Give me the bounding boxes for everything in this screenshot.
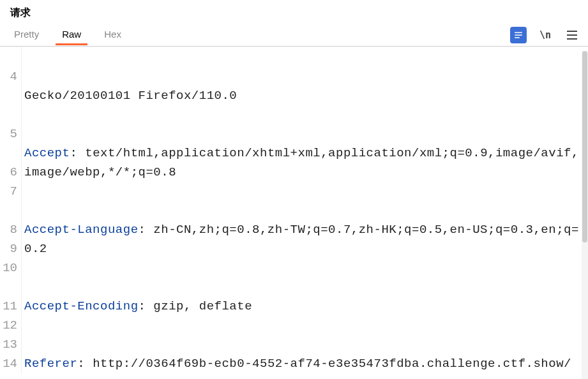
scrollbar-thumb[interactable] bbox=[582, 51, 587, 242]
tabs-left: Pretty Raw Hex bbox=[8, 25, 124, 45]
newline-icon[interactable]: \n bbox=[537, 27, 554, 43]
toolbar-right: \n bbox=[510, 27, 580, 43]
panel-title: 请求 bbox=[0, 0, 588, 24]
line-gutter: 4 5 6 7 8 9 10 11 12 13 14 bbox=[0, 47, 22, 375]
line-wrap-icon[interactable] bbox=[510, 27, 527, 43]
tab-hex[interactable]: Hex bbox=[102, 25, 124, 45]
editor-area[interactable]: 4 5 6 7 8 9 10 11 12 13 14 Gecko/2010010… bbox=[0, 47, 588, 375]
menu-icon[interactable] bbox=[564, 27, 580, 43]
tab-raw[interactable]: Raw bbox=[59, 25, 84, 45]
tabs-row: Pretty Raw Hex \n bbox=[0, 24, 588, 47]
vertical-scrollbar[interactable] bbox=[582, 51, 588, 379]
tab-pretty[interactable]: Pretty bbox=[11, 25, 41, 45]
code-content[interactable]: Gecko/20100101 Firefox/110.0 Accept: tex… bbox=[22, 47, 582, 375]
